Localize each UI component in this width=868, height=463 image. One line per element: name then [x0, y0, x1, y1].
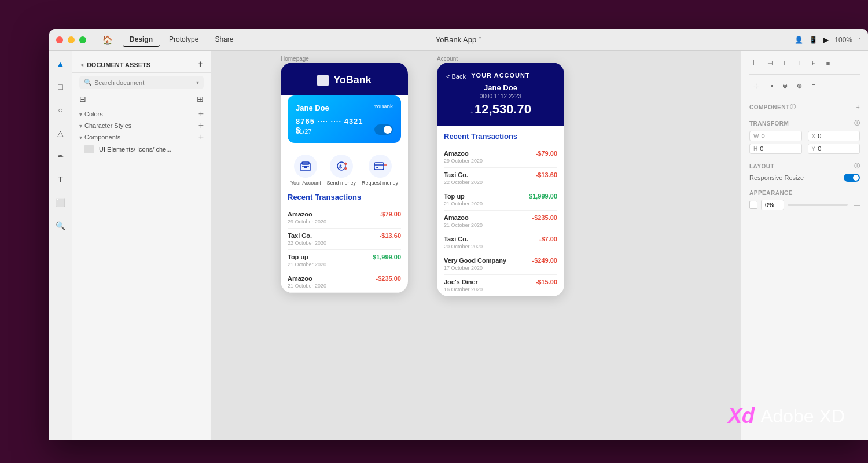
table-row: Amazoo 29 October 2020 -$79.00 — [288, 207, 401, 229]
component-info-icon[interactable]: ⓘ — [790, 103, 796, 111]
distribute-v-icon[interactable]: ⊸ — [764, 79, 777, 92]
component-list-item[interactable]: UI Elements/ Icons/ che... — [72, 143, 211, 156]
search-bar[interactable]: 🔍 ▾ — [79, 76, 204, 89]
request-money-action[interactable]: Request money — [362, 155, 398, 186]
align-top-icon[interactable]: ⊥ — [793, 57, 806, 69]
svg-rect-2 — [304, 166, 307, 168]
your-account-icon — [294, 155, 317, 178]
titlebar-tabs: Design Prototype Share — [123, 33, 240, 47]
home-icon[interactable]: 🏠 — [102, 35, 112, 45]
responsive-resize-toggle[interactable] — [844, 174, 860, 182]
height-field[interactable]: H 0 — [749, 144, 802, 154]
user-icon[interactable]: 👤 — [795, 36, 803, 44]
align-right-icon[interactable]: ⊤ — [778, 57, 791, 69]
group-icon[interactable]: ⊚ — [778, 79, 791, 92]
add-component-button[interactable]: + — [198, 133, 204, 142]
balance-prefix: ↓ — [470, 107, 473, 115]
opacity-slider[interactable] — [788, 204, 848, 206]
titlebar-title: YoBank App ˅ — [436, 35, 481, 44]
quick-actions: Your Account $ — [281, 150, 408, 193]
tab-prototype[interactable]: Prototype — [162, 33, 205, 47]
artboard-tool-icon[interactable]: ⬜ — [54, 196, 68, 210]
select-tool-icon[interactable]: ▲ — [54, 57, 68, 71]
bank-header: YoBank — [281, 63, 408, 95]
transaction-name: Top up — [288, 253, 326, 260]
transaction-name: Amazoo — [288, 211, 326, 218]
add-color-button[interactable]: + — [198, 109, 204, 119]
tab-design[interactable]: Design — [123, 33, 160, 47]
add-component-panel-button[interactable]: + — [856, 104, 860, 111]
send-money-action[interactable]: $ Send money — [327, 155, 356, 186]
responsive-resize-label: Responsive Resize — [749, 174, 804, 181]
ellipse-tool-icon[interactable]: ○ — [54, 103, 68, 117]
distribute-h-icon[interactable]: ⊹ — [749, 79, 762, 92]
layout-section: LAYOUT ⓘ Responsive Resize — [749, 162, 860, 182]
maximize-dot[interactable] — [79, 36, 86, 43]
homepage-phone: YoBank Jane Doe YoBank 8765 ···· ···· 43… — [281, 63, 408, 293]
table-row: Top up 21 October 2020 $1,999.00 — [444, 189, 557, 211]
ungroup-icon[interactable]: ⊛ — [793, 79, 806, 92]
account-number: 0000 1112 2223 — [446, 93, 555, 100]
icon-rail: ▲ □ ○ △ ✒ T ⬜ 🔍 — [49, 51, 72, 440]
titlebar-right: 👤 📱 ▶ 100% ˅ — [795, 36, 861, 44]
align-bottom-icon[interactable]: ≡ — [822, 57, 834, 69]
right-panel: ⊢ ⊣ ⊤ ⊥ ⊦ ≡ ⊹ ⊸ ⊚ ⊛ ≡ COMPONENT ⓘ + — [741, 51, 868, 440]
align-center-v-icon[interactable]: ⊦ — [807, 57, 820, 69]
share-icon[interactable]: ⬆ — [197, 60, 204, 69]
grid-icon[interactable]: ⊞ — [197, 94, 204, 104]
transaction-date: 22 October 2020 — [288, 240, 326, 246]
rectangle-tool-icon[interactable]: □ — [54, 80, 68, 94]
transactions-section-2: Recent Transactions Amazoo 29 October 20… — [437, 126, 564, 296]
close-dot[interactable] — [56, 36, 63, 43]
table-row: Taxi Co. 20 October 2020 -$7.00 — [444, 232, 557, 253]
adobe-xd-text: Adobe XD — [760, 406, 845, 427]
opacity-input[interactable]: 0% — [761, 200, 784, 210]
table-row: Top up 21 October 2020 $1,999.00 — [288, 250, 401, 271]
app-window: 🏠 Design Prototype Share YoBank App ˅ 👤 … — [49, 29, 868, 440]
zoom-tool-icon[interactable]: 🔍 — [54, 219, 68, 233]
transaction-amount: -$13.60 — [380, 232, 401, 239]
table-row: Very Good Company 17 October 2020 -$249.… — [444, 253, 557, 275]
search-input[interactable] — [94, 79, 194, 86]
pen-tool-icon[interactable]: ✒ — [54, 149, 68, 163]
account-balance: 12,530.70 — [475, 102, 531, 117]
character-styles-group[interactable]: ▾ Character Styles + — [72, 120, 211, 131]
table-row: Joe's Diner 16 October 2020 -$15.00 — [444, 275, 557, 296]
card-toggle[interactable] — [374, 124, 393, 135]
send-money-icon: $ — [330, 155, 353, 178]
x-field[interactable]: X 0 — [808, 131, 860, 141]
transaction-date: 29 October 2020 — [288, 219, 326, 225]
tab-share[interactable]: Share — [208, 33, 240, 47]
colors-group[interactable]: ▾ Colors + — [72, 108, 211, 120]
triangle-tool-icon[interactable]: △ — [54, 126, 68, 140]
opacity-swatch[interactable] — [749, 201, 757, 209]
text-tool-icon[interactable]: T — [54, 172, 68, 186]
your-account-label: Your Account — [290, 180, 321, 186]
transform-section-title: TRANSFORM ⓘ — [749, 119, 860, 127]
components-group[interactable]: ▾ Components + — [72, 131, 211, 143]
minimize-dot[interactable] — [68, 36, 75, 43]
transactions-title-2: Recent Transactions — [444, 132, 557, 141]
phone-icon[interactable]: 📱 — [809, 36, 818, 44]
layout-info-icon[interactable]: ⓘ — [854, 162, 860, 170]
svg-text:$: $ — [339, 164, 342, 170]
align-left-icon[interactable]: ⊢ — [749, 57, 762, 69]
request-money-label: Request money — [362, 180, 398, 186]
align-center-h-icon[interactable]: ⊣ — [764, 57, 777, 69]
transform-info-icon[interactable]: ⓘ — [854, 119, 860, 127]
add-character-style-button[interactable]: + — [198, 121, 204, 130]
back-button[interactable]: < Back — [446, 73, 466, 80]
play-icon[interactable]: ▶ — [823, 36, 829, 44]
y-field[interactable]: Y 0 — [808, 144, 860, 154]
request-money-icon — [369, 155, 392, 178]
width-field[interactable]: W 0 — [749, 131, 802, 141]
table-row: Taxi Co. 22 October 2020 -$13.60 — [444, 168, 557, 189]
your-account-action[interactable]: Your Account — [290, 155, 321, 186]
xd-logo: Xd — [728, 404, 755, 428]
zoom-level[interactable]: 100% — [834, 36, 852, 44]
sidebar-tools: ⊟ ⊞ — [72, 92, 211, 108]
more-icon[interactable]: ≡ — [807, 79, 820, 92]
filter-icon[interactable]: ⊟ — [79, 94, 86, 104]
account-holder-name: Jane Doe — [446, 83, 555, 92]
transaction-name: Taxi Co. — [288, 232, 326, 239]
